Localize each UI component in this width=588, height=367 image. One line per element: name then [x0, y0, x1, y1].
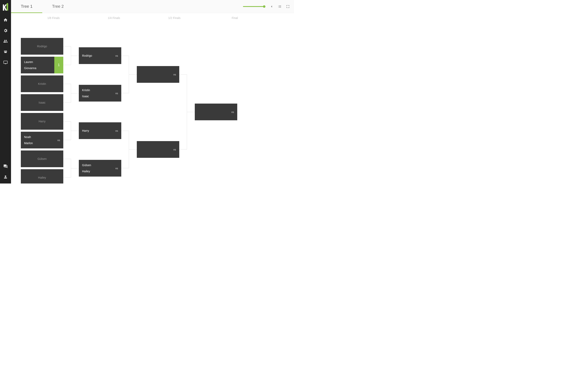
sidebar: [0, 0, 11, 184]
svg-rect-0: [7, 3, 8, 11]
header: Tree 1 Tree 2: [11, 0, 294, 13]
player-name: Hailey: [38, 176, 46, 179]
player-name: Marlon: [24, 142, 57, 145]
player-name: Isaac: [82, 95, 115, 98]
bracket-connector: [121, 56, 129, 93]
match-r2-4[interactable]: Gülsen Hailey vs: [79, 160, 121, 176]
list-icon[interactable]: [278, 4, 282, 8]
svg-point-1: [7, 3, 8, 4]
bracket-connector: [121, 131, 129, 168]
player-name: Gülsen: [82, 164, 115, 167]
player-name: Isaac: [39, 101, 45, 104]
match-r2-2[interactable]: Kristin Isaac vs: [79, 85, 121, 101]
player-name: Kristin: [38, 82, 46, 85]
match-r3-2[interactable]: vs: [137, 141, 179, 158]
back-icon[interactable]: [269, 4, 274, 8]
vs-label: vs: [57, 139, 60, 142]
tab-label: Tree 1: [21, 4, 33, 9]
match-final[interactable]: vs: [195, 104, 237, 120]
users-icon[interactable]: [3, 38, 8, 44]
match-r1-4[interactable]: Isaac: [21, 94, 63, 111]
player-name: Noah: [24, 135, 57, 139]
bracket-connector: [63, 84, 71, 103]
home-icon[interactable]: [3, 17, 8, 23]
bracket-area: 1/8 Finals 1/4 Finals 1/2 Finals Final R…: [11, 13, 294, 184]
profile-icon[interactable]: [3, 174, 8, 180]
bracket-connector: [63, 46, 71, 65]
match-r2-1[interactable]: Rodrigo vs: [79, 47, 121, 64]
vs-label: vs: [173, 148, 176, 151]
round-label: Final: [208, 16, 261, 20]
bracket-connector: [179, 75, 187, 150]
player-name: Kristin: [82, 89, 115, 92]
bracket-connector: [63, 159, 71, 178]
bracket-connector: [71, 131, 79, 131]
vs-label: vs: [231, 110, 234, 114]
match-r1-5[interactable]: Harry: [21, 113, 63, 130]
bracket-connector: [71, 56, 79, 56]
player-name: Hailey: [82, 170, 115, 173]
fullscreen-icon[interactable]: [286, 4, 290, 8]
vs-label: vs: [115, 92, 118, 95]
bracket-connector: [187, 112, 195, 112]
match-r1-7[interactable]: Gülsen: [21, 150, 63, 167]
vs-label: vs: [115, 167, 118, 170]
match-r1-8[interactable]: Hailey: [21, 169, 63, 184]
player-name: Rodrigo: [37, 45, 47, 48]
match-r3-1[interactable]: vs: [137, 66, 179, 83]
player-name: Gülsen: [38, 157, 47, 160]
match-r1-2[interactable]: Lauren Giovanna 1: [21, 57, 63, 73]
round-label: 1/8 Finals: [27, 16, 80, 20]
tab-tree2[interactable]: Tree 2: [42, 0, 73, 13]
bracket-connector: [63, 121, 71, 140]
match-r2-3[interactable]: Harry vs: [79, 122, 121, 139]
player-name: Rodrigo: [82, 54, 115, 57]
match-r1-3[interactable]: Kristin: [21, 75, 63, 92]
player-name: Harry: [82, 129, 115, 132]
chat-icon[interactable]: [3, 164, 8, 169]
round-label: 1/2 Finals: [148, 16, 201, 20]
match-r1-6[interactable]: Noah Marlon vs: [21, 132, 63, 149]
vs-label: vs: [115, 54, 118, 57]
ring-icon[interactable]: [3, 49, 8, 55]
vs-label: vs: [173, 73, 176, 76]
settings-icon[interactable]: [3, 28, 8, 33]
tab-label: Tree 2: [52, 4, 64, 9]
bracket-connector: [129, 150, 137, 150]
bracket-connector: [71, 93, 79, 93]
bracket-connector: [71, 168, 79, 168]
vs-label: vs: [115, 129, 118, 132]
logo: [2, 3, 9, 11]
round-label: 1/4 Finals: [87, 16, 140, 20]
zoom-slider[interactable]: [243, 6, 265, 7]
screen-icon[interactable]: [3, 59, 8, 65]
player-name: Harry: [39, 120, 45, 123]
match-r1-1[interactable]: Rodrigo: [21, 38, 63, 55]
score-badge: 1: [54, 57, 63, 73]
tab-tree1[interactable]: Tree 1: [11, 0, 42, 13]
